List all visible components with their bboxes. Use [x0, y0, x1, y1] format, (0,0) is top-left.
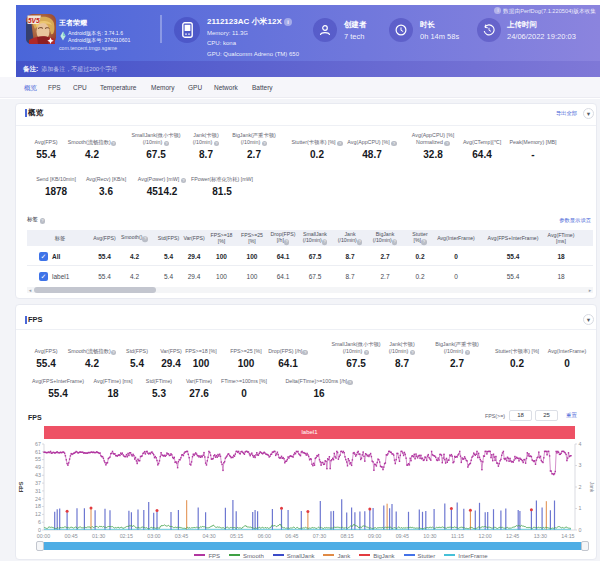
svg-text:2: 2 — [579, 484, 582, 490]
svg-text:01:30: 01:30 — [92, 533, 105, 539]
svg-text:0: 0 — [579, 527, 582, 533]
svg-text:00:45: 00:45 — [64, 533, 77, 539]
svg-text:12:45: 12:45 — [506, 533, 519, 539]
svg-text:24: 24 — [35, 496, 41, 502]
svg-text:6: 6 — [38, 519, 41, 525]
svg-text:06:45: 06:45 — [285, 533, 298, 539]
svg-text:06:00: 06:00 — [258, 533, 271, 539]
svg-text:00:00: 00:00 — [37, 533, 50, 539]
svg-text:67: 67 — [35, 441, 41, 447]
svg-text:61: 61 — [35, 449, 41, 455]
svg-text:05:15: 05:15 — [230, 533, 243, 539]
svg-text:3: 3 — [579, 462, 582, 468]
svg-text:43: 43 — [35, 472, 41, 478]
svg-text:09:45: 09:45 — [396, 533, 409, 539]
svg-text:12:00: 12:00 — [478, 533, 491, 539]
svg-text:02:15: 02:15 — [120, 533, 133, 539]
svg-text:1: 1 — [579, 505, 582, 511]
svg-text:04:30: 04:30 — [202, 533, 215, 539]
svg-text:08:15: 08:15 — [340, 533, 353, 539]
svg-text:07:30: 07:30 — [313, 533, 326, 539]
svg-text:03:00: 03:00 — [147, 533, 160, 539]
svg-text:49: 49 — [35, 464, 41, 470]
svg-text:10:30: 10:30 — [423, 533, 436, 539]
svg-text:37: 37 — [35, 480, 41, 486]
svg-text:4: 4 — [579, 441, 582, 447]
svg-text:18: 18 — [35, 503, 41, 509]
svg-text:12: 12 — [35, 511, 41, 517]
svg-text:03:45: 03:45 — [175, 533, 188, 539]
svg-text:55: 55 — [35, 456, 41, 462]
svg-text:31: 31 — [35, 488, 41, 494]
svg-text:14:15: 14:15 — [561, 533, 574, 539]
svg-text:Jank: Jank — [589, 482, 595, 493]
svg-text:11:15: 11:15 — [451, 533, 464, 539]
svg-text:FPS: FPS — [18, 481, 24, 492]
svg-text:13:30: 13:30 — [534, 533, 547, 539]
svg-text:09:00: 09:00 — [368, 533, 381, 539]
